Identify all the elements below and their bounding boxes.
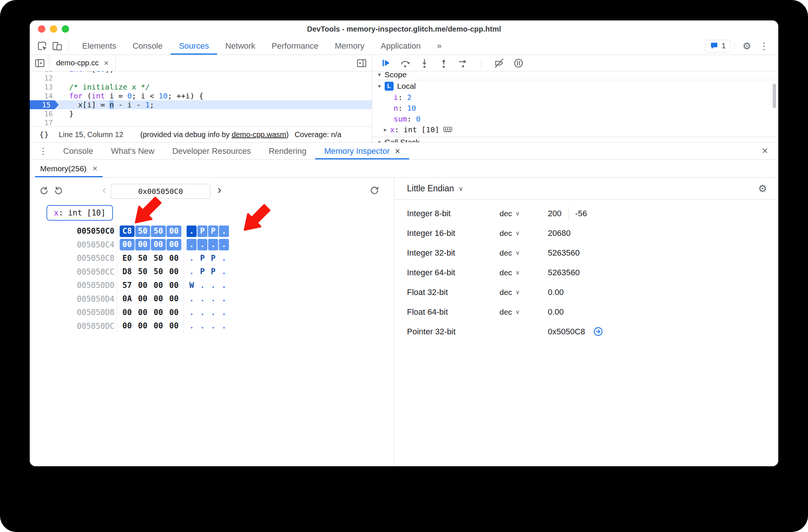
inspect-element-icon[interactable] xyxy=(35,39,50,53)
memory-byte[interactable]: 00 xyxy=(167,280,181,291)
memory-byte[interactable]: 00 xyxy=(151,239,166,250)
code-text[interactable] xyxy=(59,74,69,82)
memory-ascii[interactable]: P xyxy=(208,253,218,264)
memory-byte[interactable]: 50 xyxy=(151,226,166,237)
close-icon[interactable]: × xyxy=(104,58,109,68)
tab-elements[interactable]: Elements xyxy=(74,37,125,55)
memory-object-tag[interactable]: x: int [10] xyxy=(46,205,113,221)
pause-on-exceptions-icon[interactable] xyxy=(513,58,524,68)
deactivate-breakpoints-icon[interactable] xyxy=(494,58,504,68)
address-back-icon[interactable]: ‹ xyxy=(102,183,106,197)
step-out-icon[interactable] xyxy=(439,58,449,68)
tab-memory[interactable]: Memory xyxy=(327,37,372,55)
scope-section-header[interactable]: ▾ Scope xyxy=(372,71,778,80)
memory-byte[interactable]: 00 xyxy=(167,320,181,332)
code-text[interactable]: x[i] = n - i - 1; xyxy=(59,100,154,109)
undo-icon[interactable] xyxy=(39,186,49,196)
memory-byte[interactable]: 50 xyxy=(151,266,166,278)
memory-byte[interactable]: E0 xyxy=(120,253,135,264)
memory-byte[interactable]: 00 xyxy=(151,320,166,332)
line-number[interactable]: 14 xyxy=(30,91,59,100)
memory-byte[interactable]: C8 xyxy=(120,226,135,237)
memory-byte[interactable]: 57 xyxy=(120,280,135,291)
code-text[interactable]: } xyxy=(59,109,74,118)
call-stack-section-header[interactable]: ▾ Call Stack xyxy=(372,138,420,142)
memory-ascii[interactable]: . xyxy=(219,253,229,264)
memory-ascii[interactable]: . xyxy=(219,226,229,237)
memory-ascii[interactable]: W xyxy=(187,280,197,291)
show-debugger-panel-icon[interactable] xyxy=(356,58,367,69)
memory-ascii[interactable]: P xyxy=(208,226,218,237)
close-icon[interactable]: × xyxy=(395,146,400,156)
reveal-in-memory-inspector-icon[interactable] xyxy=(443,126,452,133)
memory-ascii[interactable]: . xyxy=(187,239,197,250)
resume-script-icon[interactable] xyxy=(381,58,391,68)
memory-ascii[interactable]: . xyxy=(208,280,218,291)
scope-variable[interactable]: n: 10 xyxy=(372,103,778,114)
drawer-tab-rendering[interactable]: Rendering xyxy=(260,143,316,159)
memory-byte[interactable]: 00 xyxy=(167,226,181,237)
memory-ascii[interactable]: . xyxy=(197,239,207,250)
pretty-print-braces-icon[interactable]: {} xyxy=(39,130,49,139)
scrollbar-thumb[interactable] xyxy=(773,84,776,108)
memory-byte[interactable]: 00 xyxy=(167,293,181,305)
memory-tab[interactable]: Memory(256) × xyxy=(35,160,103,177)
memory-ascii[interactable]: P xyxy=(197,226,207,237)
line-number[interactable]: 13 xyxy=(30,82,59,91)
memory-ascii[interactable]: P xyxy=(197,266,207,278)
format-dropdown[interactable]: dec∨ xyxy=(500,308,548,317)
memory-byte[interactable]: 00 xyxy=(120,239,135,250)
code-text[interactable]: /* initialize x */ xyxy=(59,82,150,91)
file-tab-demo-cpp[interactable]: demo-cpp.cc × xyxy=(49,55,116,71)
format-dropdown[interactable]: dec∨ xyxy=(500,288,548,297)
memory-ascii[interactable]: . xyxy=(208,293,218,305)
tab-performance[interactable]: Performance xyxy=(264,37,327,55)
scope-variable[interactable]: sum: 0 xyxy=(372,114,778,124)
scope-variable-x[interactable]: ▸x: int [10] xyxy=(372,124,778,135)
memory-byte[interactable]: 00 xyxy=(167,307,181,318)
minimize-window-button[interactable] xyxy=(50,25,57,33)
memory-ascii[interactable]: . xyxy=(219,266,229,278)
line-number[interactable]: 17 xyxy=(30,118,59,126)
memory-ascii[interactable]: . xyxy=(219,280,229,291)
memory-byte[interactable]: 00 xyxy=(135,320,150,332)
memory-byte[interactable]: 00 xyxy=(120,320,135,332)
memory-byte[interactable]: 00 xyxy=(151,280,166,291)
drawer-tab-console[interactable]: Console xyxy=(54,143,102,159)
memory-ascii[interactable]: . xyxy=(187,320,197,332)
more-options-kebab-icon[interactable]: ⋮ xyxy=(755,40,773,52)
step-over-icon[interactable] xyxy=(400,58,410,68)
maximize-window-button[interactable] xyxy=(62,25,69,33)
memory-byte[interactable]: 00 xyxy=(167,266,181,278)
memory-ascii[interactable]: . xyxy=(219,293,229,305)
memory-ascii[interactable]: . xyxy=(197,307,207,318)
code-editor[interactable]: 11int x[10];1213/* initialize x */14for … xyxy=(30,71,372,126)
drawer-tab-what-s-new[interactable]: What's New xyxy=(102,143,164,159)
format-dropdown[interactable]: dec∨ xyxy=(500,209,548,218)
format-dropdown[interactable]: dec∨ xyxy=(500,229,548,238)
tab-application[interactable]: Application xyxy=(372,37,429,55)
memory-ascii[interactable]: . xyxy=(197,320,207,332)
show-navigator-icon[interactable] xyxy=(34,58,45,69)
memory-byte[interactable]: 50 xyxy=(135,226,150,237)
memory-byte[interactable]: 00 xyxy=(120,307,135,318)
memory-byte[interactable]: 0A xyxy=(120,293,135,305)
redo-icon[interactable] xyxy=(54,186,64,196)
memory-byte[interactable]: 00 xyxy=(135,307,150,318)
memory-ascii[interactable]: P xyxy=(197,253,207,264)
memory-byte[interactable]: 50 xyxy=(135,253,150,264)
drawer-tab-developer-resources[interactable]: Developer Resources xyxy=(163,143,260,159)
memory-byte[interactable]: 00 xyxy=(167,239,181,250)
memory-ascii[interactable]: . xyxy=(208,320,218,332)
tab-console[interactable]: Console xyxy=(125,37,171,55)
address-forward-icon[interactable]: › xyxy=(217,183,222,197)
code-text[interactable]: for (int i = 0; i < 10; ++i) { xyxy=(59,91,203,100)
memory-ascii[interactable]: P xyxy=(208,266,218,278)
line-number[interactable]: 15 xyxy=(30,100,59,109)
memory-byte[interactable]: 00 xyxy=(135,293,150,305)
memory-byte[interactable]: 50 xyxy=(151,253,166,264)
drawer-kebab-icon[interactable]: ⋮ xyxy=(39,146,48,156)
interpreter-settings-gear-icon[interactable]: ⚙ xyxy=(758,183,767,194)
memory-byte[interactable]: D8 xyxy=(120,266,135,278)
settings-gear-icon[interactable]: ⚙ xyxy=(738,40,755,52)
